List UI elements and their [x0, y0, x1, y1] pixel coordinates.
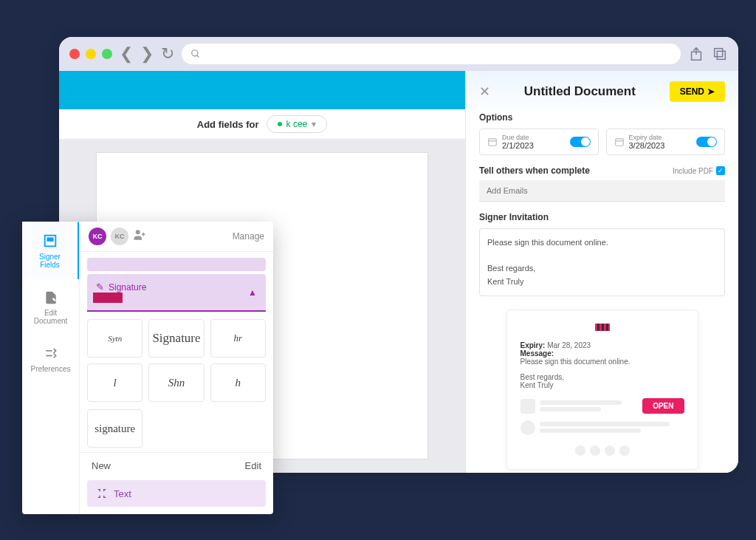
app-header-bar — [59, 71, 465, 109]
send-panel: ✕ Untitled Document SEND ➤ Options Due d… — [465, 71, 738, 473]
add-signer-button[interactable] — [133, 228, 146, 245]
svg-point-0 — [192, 50, 198, 56]
signature-style-1[interactable]: Sytn — [87, 319, 142, 358]
preview-expiry-label: Expiry: — [520, 341, 546, 349]
edit-signature-button[interactable]: Edit — [245, 460, 261, 471]
svg-rect-4 — [717, 51, 725, 59]
maximize-window-dot[interactable] — [102, 49, 112, 59]
tab-edit-document[interactable]: Edit Document — [22, 279, 79, 335]
preview-message-line1: Please sign this document online. — [520, 358, 684, 366]
edit-document-icon — [44, 290, 58, 305]
email-preview-card: Expiry: Mar 28, 2023 Message: Please sig… — [506, 310, 698, 470]
minimize-window-dot[interactable] — [86, 49, 96, 59]
preview-regards: Best regards, — [520, 373, 684, 381]
signature-style-2[interactable]: Signature — [148, 319, 204, 358]
fields-for-bar: Add fields for k cee ▾ — [59, 109, 465, 139]
signer-fields-icon — [42, 233, 58, 249]
collapsed-field-group[interactable] — [87, 258, 266, 271]
document-title: Untitled Document — [524, 84, 636, 99]
svg-point-15 — [136, 230, 140, 234]
expiry-date-label: Expiry date — [629, 134, 665, 141]
options-label: Options — [479, 112, 725, 123]
collapse-icon[interactable]: ▲ — [248, 287, 257, 298]
close-window-dot[interactable] — [69, 49, 80, 59]
signer-name: k cee — [286, 119, 308, 129]
calendar-icon — [487, 137, 498, 147]
signature-style-4[interactable]: l — [87, 363, 142, 402]
signature-actions: New Edit — [80, 452, 273, 480]
preview-avatar-skel — [520, 420, 535, 435]
due-date-box[interactable]: Due date 2/1/2023 — [479, 129, 599, 155]
tab-label: Edit Document — [25, 309, 76, 325]
tab-signer-fields[interactable]: Signer Fields — [22, 222, 79, 279]
signature-swatch — [93, 293, 123, 303]
send-button[interactable]: SEND ➤ — [670, 81, 725, 102]
reload-button[interactable]: ↻ — [161, 44, 174, 64]
preview-logo — [595, 324, 610, 331]
signer-status-dot — [278, 122, 282, 126]
tab-label: Signer Fields — [25, 253, 75, 269]
send-button-label: SEND — [680, 86, 704, 97]
emails-input[interactable] — [479, 180, 725, 202]
svg-rect-7 — [615, 139, 623, 146]
include-pdf-checkbox[interactable]: ✓ — [716, 166, 725, 175]
window-controls[interactable] — [69, 49, 112, 59]
person-plus-icon — [133, 228, 146, 242]
search-icon — [190, 49, 201, 59]
tab-preferences[interactable]: Preferences — [22, 335, 79, 383]
preview-message-label: Message: — [520, 349, 554, 358]
include-pdf-label: Include PDF — [673, 167, 713, 175]
due-date-toggle[interactable] — [570, 137, 591, 147]
preferences-icon — [44, 346, 58, 361]
text-field-icon — [96, 488, 108, 499]
url-bar[interactable] — [182, 44, 681, 64]
signature-style-3[interactable]: hr — [210, 319, 266, 358]
preview-sender: Kent Truly — [520, 381, 684, 389]
due-date-label: Due date — [502, 134, 534, 141]
preview-open-button[interactable]: OPEN — [642, 398, 684, 414]
signature-style-7[interactable]: signature — [87, 409, 142, 448]
invitation-textarea[interactable]: Please sign this document online. Best r… — [479, 228, 725, 296]
invitation-label: Signer Invitation — [479, 212, 725, 222]
side-tabs: Signer Fields Edit Document Preferences — [22, 222, 80, 514]
calendar-icon — [614, 137, 625, 147]
svg-rect-3 — [715, 49, 723, 57]
signature-label: Signature — [109, 282, 146, 293]
include-pdf-row[interactable]: Include PDF ✓ — [673, 166, 725, 175]
tab-label: Preferences — [25, 365, 76, 373]
send-arrow-icon: ➤ — [707, 86, 715, 97]
svg-rect-5 — [489, 139, 497, 146]
new-signature-button[interactable]: New — [92, 460, 111, 471]
signature-style-6[interactable]: h — [210, 363, 266, 402]
signer-chip[interactable]: k cee ▾ — [267, 115, 328, 133]
share-icon[interactable] — [688, 46, 704, 62]
back-button[interactable]: ❮ — [120, 44, 133, 64]
signature-icon: ✎ — [96, 281, 104, 293]
text-field-row[interactable]: Text — [87, 480, 266, 507]
signer-avatar-active[interactable]: KC — [89, 228, 106, 245]
forward-button[interactable]: ❯ — [140, 44, 154, 64]
due-date-value: 2/1/2023 — [502, 141, 534, 150]
signature-style-5[interactable]: Shn — [148, 363, 204, 402]
signature-field-header[interactable]: ✎ Signature ▲ — [87, 274, 266, 312]
signer-fields-popup: Signer Fields Edit Document Preferences … — [22, 222, 273, 514]
text-field-label: Text — [114, 488, 131, 499]
chevron-down-icon: ▾ — [312, 119, 316, 129]
expiry-date-box[interactable]: Expiry date 3/28/2023 — [606, 129, 726, 155]
svg-rect-12 — [47, 238, 52, 241]
signature-grid: Sytn Signature hr l Shn h — [87, 319, 266, 402]
preview-thumb — [520, 399, 535, 414]
expiry-date-value: 3/28/2023 — [629, 141, 665, 150]
copy-icon[interactable] — [712, 46, 728, 62]
preview-expiry-value: Mar 28, 2023 — [547, 341, 591, 349]
expiry-date-toggle[interactable] — [696, 137, 717, 147]
close-panel-button[interactable]: ✕ — [479, 83, 490, 100]
preview-dots — [520, 445, 684, 456]
signers-row: KC KC Manage — [80, 222, 273, 252]
fields-for-label: Add fields for — [197, 119, 259, 130]
manage-signers-link[interactable]: Manage — [233, 231, 264, 242]
browser-toolbar: ❮ ❯ ↻ — [59, 37, 738, 71]
signer-avatar-inactive[interactable]: KC — [111, 228, 128, 245]
fields-main: KC KC Manage ✎ Signature ▲ Sytn Signatur… — [80, 222, 273, 514]
svg-line-1 — [197, 55, 199, 58]
